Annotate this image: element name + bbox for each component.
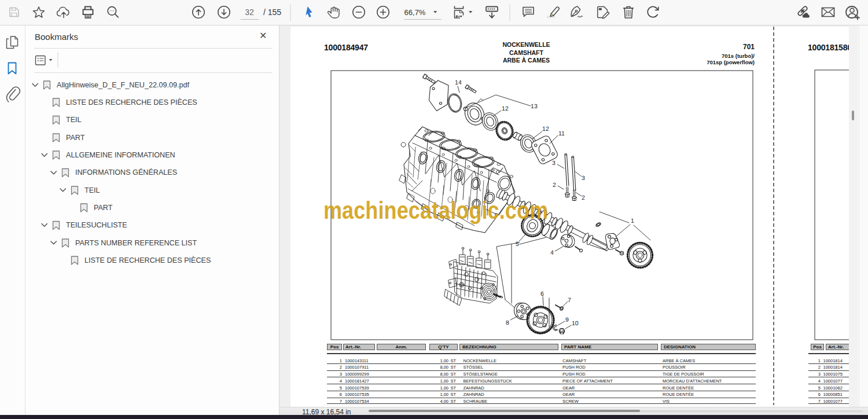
svg-text:9: 9 — [565, 316, 569, 323]
svg-text:12: 12 — [542, 125, 549, 132]
svg-text:1: 1 — [631, 217, 634, 224]
svg-text:5: 5 — [516, 240, 519, 247]
svg-text:10: 10 — [572, 319, 579, 326]
svg-text:8: 8 — [506, 319, 509, 326]
svg-text:7: 7 — [568, 296, 571, 303]
svg-text:11: 11 — [558, 130, 565, 137]
svg-text:14: 14 — [455, 79, 462, 86]
svg-text:2: 2 — [582, 194, 585, 201]
svg-text:3: 3 — [582, 174, 585, 181]
svg-text:12: 12 — [502, 105, 509, 112]
svg-text:2: 2 — [553, 181, 556, 188]
svg-text:4: 4 — [550, 249, 554, 256]
svg-text:3: 3 — [552, 159, 556, 166]
svg-text:6: 6 — [540, 290, 544, 297]
svg-text:13: 13 — [531, 102, 538, 109]
